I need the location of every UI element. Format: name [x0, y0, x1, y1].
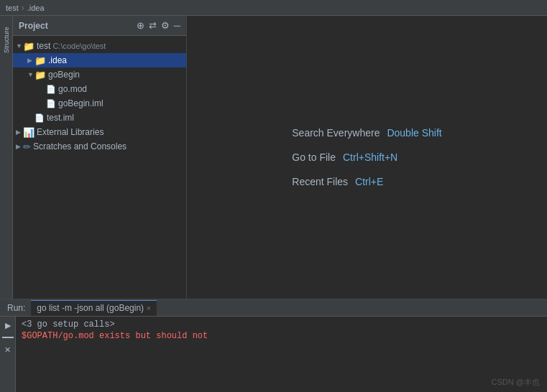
ext-lib-icon: 📊	[23, 127, 35, 138]
module-icon-test-iml: 📄	[35, 113, 45, 123]
item-label-goBegin-iml: goBegin.iml	[58, 98, 104, 108]
shortcut-key-2: Ctrl+E	[355, 176, 383, 187]
tree-item-scratches[interactable]: ▶ ✏ Scratches and Consoles	[13, 139, 186, 154]
globe-icon[interactable]: ⊕	[137, 20, 144, 31]
shortcut-key-0: Double Shift	[387, 127, 441, 139]
item-label-scratches: Scratches and Consoles	[33, 141, 127, 151]
minimize-icon[interactable]: ─	[174, 20, 180, 31]
project-panel: Project ⊕ ⇄ ⚙ ─ ▼ 📁 test C:\code\go\test…	[13, 16, 187, 299]
shortcut-label-1: Go to File	[292, 151, 336, 163]
shortcut-row-1: Go to File Ctrl+Shift+N	[292, 151, 441, 163]
file-icon-go-mod: 📄	[46, 85, 56, 94]
bottom-tabs: Run: go list -m -json all (goBegin) ×	[0, 299, 547, 317]
panel-header-icons: ⊕ ⇄ ⚙ ─	[137, 20, 180, 31]
title-path: .idea	[27, 4, 45, 12]
item-label-goBegin: goBegin	[48, 70, 80, 80]
folder-icon-idea: 📁	[35, 55, 46, 66]
folder-icon-test: 📁	[23, 41, 35, 52]
tree-item-go-mod[interactable]: 📄 go.mod	[13, 82, 186, 96]
item-path-test: C:\code\go\test	[50, 42, 106, 50]
tree-item-goBegin-iml[interactable]: 📄 goBegin.iml	[13, 96, 186, 111]
settings-icon[interactable]: ⚙	[161, 20, 170, 31]
scratch-icon: ✏	[23, 141, 31, 152]
output-line-1: $GOPATH/go.mod exists but should not	[22, 331, 541, 341]
run-label: Run:	[3, 303, 29, 313]
watermark: CSDN @丰也	[492, 377, 540, 388]
tree-item-idea[interactable]: ▶ 📁 .idea	[13, 53, 186, 67]
arrow-goBegin: ▼	[27, 71, 35, 78]
output-line-0: <3 go setup calls>	[22, 319, 541, 330]
tree-item-test-iml[interactable]: 📄 test.iml	[13, 111, 186, 125]
tree-item-ext-libs[interactable]: ▶ 📊 External Libraries	[13, 125, 186, 139]
title-bar: test › .idea	[0, 0, 547, 16]
module-icon-goBegin-iml: 📄	[46, 99, 56, 108]
item-label-ext-libs: External Libraries	[37, 127, 104, 137]
shortcut-row-2: Recent Files Ctrl+E	[292, 176, 441, 187]
bottom-content: ▶ ✕ <3 go setup calls> $GOPATH/go.mod ex…	[0, 317, 547, 392]
shortcut-label-2: Recent Files	[292, 176, 348, 187]
shortcut-list: Search Everywhere Double Shift Go to Fil…	[292, 127, 441, 187]
item-label-go-mod: go.mod	[58, 84, 87, 94]
panel-title: Project	[19, 21, 137, 31]
bottom-tab-close[interactable]: ×	[147, 304, 151, 312]
item-label-test-iml: test.iml	[47, 113, 74, 123]
bottom-side-controls: ▶ ✕	[0, 317, 16, 392]
title-root: test	[6, 4, 19, 12]
title-sep: ›	[22, 3, 24, 13]
transfer-icon[interactable]: ⇄	[149, 20, 157, 31]
folder-icon-goBegin: 📁	[35, 70, 46, 80]
shortcut-row-0: Search Everywhere Double Shift	[292, 127, 441, 139]
bottom-tab-run[interactable]: go list -m -json all (goBegin) ×	[31, 300, 157, 316]
close-output-btn[interactable]: ✕	[2, 344, 14, 355]
main-layout: Structure Project ⊕ ⇄ ⚙ ─ ▼ 📁 test C:\co…	[0, 16, 547, 299]
item-label-test: test	[37, 41, 50, 51]
rerun-btn[interactable]	[2, 337, 14, 338]
project-tree: ▼ 📁 test C:\code\go\test ▶ 📁 .idea ▼ 📁 g…	[13, 36, 186, 299]
tree-item-test-root[interactable]: ▼ 📁 test C:\code\go\test	[13, 39, 186, 53]
arrow-ext-libs: ▶	[16, 129, 23, 136]
content-area: Search Everywhere Double Shift Go to Fil…	[187, 16, 547, 299]
arrow-scratches: ▶	[16, 143, 23, 150]
side-tabs: Structure	[0, 16, 13, 299]
run-stop-btn[interactable]: ▶	[2, 319, 14, 331]
tree-item-goBegin[interactable]: ▼ 📁 goBegin	[13, 67, 186, 82]
shortcut-key-1: Ctrl+Shift+N	[343, 151, 397, 163]
output-area: <3 go setup calls> $GOPATH/go.mod exists…	[16, 317, 547, 392]
shortcut-label-0: Search Everywhere	[292, 127, 380, 139]
panel-header: Project ⊕ ⇄ ⚙ ─	[13, 16, 186, 36]
bottom-panel: Run: go list -m -json all (goBegin) × ▶ …	[0, 299, 547, 392]
sidebar-tab-structure[interactable]: Structure	[0, 19, 13, 62]
bottom-tab-label: go list -m -json all (goBegin)	[37, 303, 144, 313]
arrow-test-root: ▼	[16, 42, 23, 50]
arrow-idea: ▶	[27, 57, 35, 64]
item-label-idea: .idea	[48, 55, 67, 65]
